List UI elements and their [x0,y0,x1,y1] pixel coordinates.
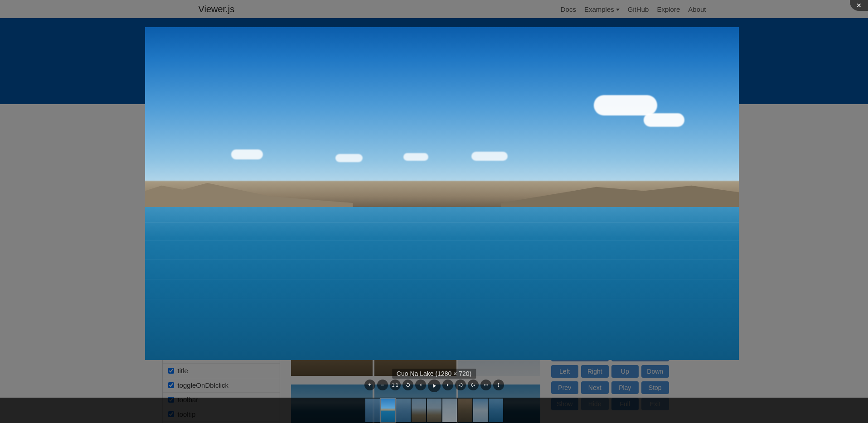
chevron-left-icon [418,382,423,388]
one-to-one-icon: 1:1 [392,383,398,388]
filmstrip-thumb[interactable] [381,399,395,422]
rotate-right-icon [470,382,476,388]
zoom-out-button[interactable]: − [377,380,388,390]
flip-horizontal-toolbar-button[interactable] [480,380,491,390]
chevron-right-icon [445,382,451,388]
flip-vertical-toolbar-button[interactable] [493,380,504,390]
filmstrip-thumb[interactable] [473,399,488,422]
rotate-left-button[interactable] [455,380,466,390]
viewer-toolbar: + − 1:1 [364,380,504,392]
zoom-in-button[interactable]: + [364,380,375,390]
rotate-left-icon [458,382,463,388]
reset-icon [405,382,411,388]
play-icon [431,383,437,389]
reset-button[interactable] [402,380,413,390]
minus-icon: − [381,382,384,388]
plus-icon: + [368,382,371,388]
rotate-right-button[interactable] [468,380,479,390]
filmstrip-thumb[interactable] [427,399,441,422]
filmstrip-thumb[interactable] [442,399,457,422]
flip-horizontal-icon [483,382,489,388]
displayed-image[interactable] [145,27,739,360]
filmstrip-thumb[interactable] [489,399,503,422]
filmstrip-thumb[interactable] [396,399,411,422]
close-button[interactable]: ✕ [850,0,868,11]
one-to-one-button[interactable]: 1:1 [390,380,401,390]
play-slideshow-button[interactable] [428,380,441,392]
filmstrip-thumb[interactable] [412,399,426,422]
prev-image-button[interactable] [415,380,426,390]
filmstrip-thumb[interactable] [365,399,380,422]
next-image-button[interactable] [442,380,453,390]
filmstrip-thumb[interactable] [458,399,472,422]
viewer-overlay[interactable]: ✕ [0,0,868,423]
flip-vertical-icon [496,382,501,388]
viewer-canvas[interactable] [145,27,739,360]
image-title: Cuo Na Lake (1280 × 720) [392,369,476,379]
close-icon: ✕ [856,2,862,9]
filmstrip [0,398,868,423]
